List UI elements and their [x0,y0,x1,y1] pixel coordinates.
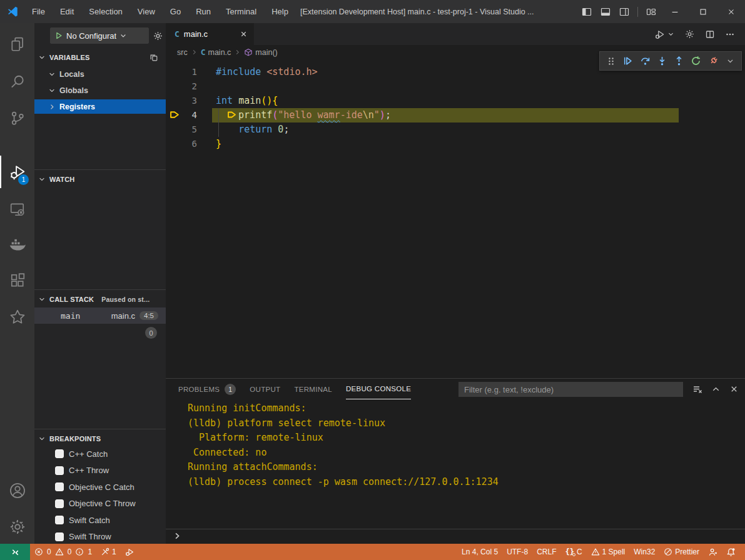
toggle-panel-icon[interactable] [596,3,615,21]
notifications-bell-icon[interactable] [722,544,740,560]
tools-status[interactable]: 1 [96,544,121,560]
code-line-4[interactable]: 4 printf("hello wamr-ide\n"); [166,108,745,122]
menu-terminal[interactable]: Terminal [220,4,262,19]
run-or-debug-button[interactable] [654,29,674,40]
debug-console-input[interactable] [166,529,745,542]
variables-group-registers[interactable]: Registers [34,99,166,114]
docker-icon[interactable] [0,228,34,261]
copy-icon[interactable] [150,53,158,62]
breadcrumb-folder[interactable]: src [177,48,188,57]
breadcrumb-file[interactable]: main.c [208,48,231,57]
eol-indicator[interactable]: CRLF [532,544,560,560]
tab-problems[interactable]: PROBLEMS 1 [178,379,236,399]
clear-console-icon[interactable] [692,384,702,394]
code-editor[interactable]: 1#include <stdio.h>23int main(){4 printf… [166,59,745,378]
toolbar-drag-handle[interactable] [604,54,618,68]
menu-edit[interactable]: Edit [54,4,79,19]
explorer-icon[interactable] [0,28,34,61]
formatter-status[interactable]: Prettier [659,544,704,560]
split-editor-icon[interactable] [705,29,715,39]
line-number[interactable]: 4 [166,108,197,122]
platform-target[interactable]: Win32 [629,544,659,560]
remote-indicator[interactable] [0,544,30,560]
menu-run[interactable]: Run [190,4,216,19]
minimize-button[interactable] [661,0,689,23]
tab-debug-console[interactable]: DEBUG CONSOLE [346,379,411,399]
debug-settings-gear-icon[interactable] [153,31,163,41]
close-window-button[interactable] [717,0,745,23]
disconnect-icon[interactable] [706,54,720,68]
breadcrumb-symbol[interactable]: main() [255,48,277,57]
chevron-down-icon[interactable] [723,54,737,68]
gear-icon[interactable] [684,29,695,39]
menu-file[interactable]: File [26,4,51,19]
tab-main-c[interactable]: C main.c [166,23,254,45]
breakpoint-checkbox[interactable] [55,516,64,524]
tab-close-icon[interactable] [240,30,248,38]
menu-selection[interactable]: Selection [83,4,128,19]
settings-gear-icon[interactable] [0,511,34,543]
breakpoint-checkbox[interactable] [55,532,64,541]
step-out-icon[interactable] [672,54,686,68]
line-number[interactable]: 3 [166,94,197,108]
menu-help[interactable]: Help [266,4,294,19]
watch-section-header[interactable]: WATCH [34,169,166,186]
console-filter-input[interactable] [459,382,683,397]
variables-group-locals[interactable]: Locals [34,67,166,81]
maximize-panel-icon[interactable] [711,384,721,394]
code-line-6[interactable]: 6} [166,137,745,151]
breakpoint-row[interactable]: C++ Catch [34,446,166,461]
restart-icon[interactable] [689,54,703,68]
menu-view[interactable]: View [132,4,161,19]
tab-terminal[interactable]: TERMINAL [294,379,332,399]
line-number[interactable]: 2 [166,79,197,94]
code-line-2[interactable]: 2 [166,79,745,94]
breakpoint-row[interactable]: Objective C Throw [34,496,166,511]
source-control-icon[interactable] [0,102,34,134]
variables-group-globals[interactable]: Globals [34,83,166,98]
cursor-position[interactable]: Ln 4, Col 5 [457,544,502,560]
line-number[interactable]: 6 [166,137,197,151]
menu-bar: File Edit Selection View Go Run Terminal… [26,4,294,19]
breakpoint-row[interactable]: Swift Catch [34,512,166,528]
remote-explorer-icon[interactable] [0,193,34,226]
feedback-icon[interactable] [704,544,722,560]
continue-icon[interactable] [621,54,635,68]
star-extension-icon[interactable] [0,301,34,333]
debug-status-icon[interactable] [121,544,139,560]
problems-status[interactable]: 0 0 1 [30,544,96,560]
more-actions-icon[interactable] [725,29,735,39]
breakpoint-checkbox[interactable] [55,482,64,491]
toggle-secondary-sidebar-icon[interactable] [615,3,634,21]
encoding-indicator[interactable]: UTF-8 [502,544,532,560]
customize-layout-icon[interactable] [642,3,661,21]
accounts-icon[interactable] [0,474,34,507]
breakpoint-row[interactable]: Swift Throw [34,529,166,544]
step-over-icon[interactable] [638,54,652,68]
call-stack-section-header[interactable]: CALL STACK Paused on st... [34,289,166,306]
search-icon[interactable] [0,66,34,98]
variables-section-header[interactable]: VARIABLES [34,51,166,64]
code-line-3[interactable]: 3int main(){ [166,94,745,108]
breakpoint-checkbox[interactable] [55,449,64,458]
line-number[interactable]: 5 [166,122,197,137]
run-and-debug-icon[interactable]: 1 [0,156,34,188]
breakpoint-checkbox[interactable] [55,499,64,508]
menu-go[interactable]: Go [165,4,186,19]
breakpoint-checkbox[interactable] [55,466,64,475]
breakpoint-row[interactable]: C++ Throw [34,463,166,478]
stack-frame-row[interactable]: main main.c 4:5 [34,308,166,324]
code-line-5[interactable]: 5 return 0; [166,122,745,137]
toggle-sidebar-icon[interactable] [577,3,596,21]
step-into-icon[interactable] [655,54,669,68]
line-number[interactable]: 1 [166,65,197,79]
tab-output[interactable]: OUTPUT [250,379,280,399]
maximize-button[interactable] [689,0,717,23]
launch-configuration-dropdown[interactable]: No Configurat [50,28,149,44]
close-panel-icon[interactable] [729,384,739,394]
breakpoints-section-header[interactable]: BREAKPOINTS [34,429,166,446]
breakpoint-row[interactable]: Objective C Catch [34,479,166,494]
extensions-icon[interactable] [0,264,34,297]
spell-checker-status[interactable]: 1 Spell [587,544,630,560]
language-mode[interactable]: {} C [560,544,586,560]
